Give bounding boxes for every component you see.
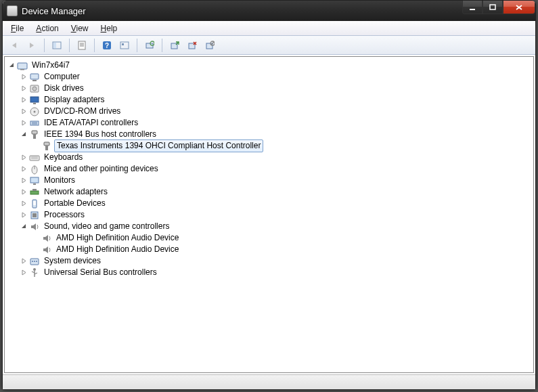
window-title: Device Manager xyxy=(22,6,86,16)
svg-rect-40 xyxy=(30,177,39,183)
statusbar xyxy=(3,374,535,389)
expand-icon[interactable] xyxy=(20,108,28,116)
tree-category-disk[interactable]: Disk drives xyxy=(7,83,533,94)
tree-category-label: Monitors xyxy=(43,175,76,186)
tree-category-mice[interactable]: Mice and other pointing devices xyxy=(7,163,533,175)
expand-icon[interactable] xyxy=(20,119,28,127)
svg-rect-24 xyxy=(30,97,39,102)
toolbar-separator xyxy=(69,39,70,52)
window-controls xyxy=(462,1,535,14)
portable-icon xyxy=(29,198,40,209)
toolbar-separator xyxy=(44,39,45,52)
close-icon xyxy=(515,4,523,11)
minimize-button[interactable] xyxy=(462,1,483,14)
maximize-icon xyxy=(489,4,496,11)
disk-icon xyxy=(29,83,40,94)
svg-rect-28 xyxy=(30,121,39,125)
expand-icon[interactable] xyxy=(20,257,28,265)
tree-category-label: Keyboards xyxy=(43,152,84,163)
tree-device-ti1394[interactable]: Texas Instruments 1394 OHCI Compliant Ho… xyxy=(7,140,533,152)
show-hide-console-tree-button[interactable] xyxy=(49,38,64,53)
svg-rect-43 xyxy=(32,189,37,191)
svg-rect-31 xyxy=(32,131,37,134)
tree-category-monitors[interactable]: Monitors xyxy=(7,175,533,186)
close-button[interactable] xyxy=(503,1,535,14)
tree-category-sound[interactable]: Sound, video and game controllers xyxy=(7,221,533,232)
menubar: File Action View Help xyxy=(3,21,535,36)
properties-button[interactable] xyxy=(74,38,89,53)
expand-icon[interactable] xyxy=(20,96,28,104)
scan-icon xyxy=(145,41,154,50)
device-tree-pane[interactable]: Win7x64i7ComputerDisk drivesDisplay adap… xyxy=(4,56,534,373)
tree-category-label: IDE ATA/ATAPI controllers xyxy=(43,117,139,129)
tree-category-ide[interactable]: IDE ATA/ATAPI controllers xyxy=(7,117,533,129)
tree-category-dvd[interactable]: DVD/CD-ROM drives xyxy=(7,106,533,117)
tree-category-usb[interactable]: Universal Serial Bus controllers xyxy=(7,267,533,278)
svg-rect-33 xyxy=(44,142,49,146)
tree-root[interactable]: Win7x64i7 xyxy=(7,60,533,71)
svg-rect-4 xyxy=(79,41,85,49)
tree-category-processors[interactable]: Processors xyxy=(7,209,533,221)
forward-button[interactable] xyxy=(24,38,39,53)
device-manager-window: Device Manager File Action View Help xyxy=(2,0,536,390)
svg-rect-10 xyxy=(120,42,129,49)
svg-rect-42 xyxy=(30,191,39,194)
toolbar-separator xyxy=(162,39,162,52)
tree-category-label: Network adapters xyxy=(43,186,109,198)
toolbar-separator xyxy=(137,39,137,52)
tree-device-amd2[interactable]: AMD High Definition Audio Device xyxy=(7,244,533,255)
tree-category-label: System devices xyxy=(43,255,102,267)
tree-category-label: Universal Serial Bus controllers xyxy=(43,267,158,278)
tree-category-network[interactable]: Network adapters xyxy=(7,186,533,198)
help-button[interactable]: ? xyxy=(99,38,114,53)
scan-hardware-button[interactable] xyxy=(142,38,157,53)
expand-icon[interactable] xyxy=(20,85,28,93)
svg-point-23 xyxy=(32,87,37,91)
menu-help[interactable]: Help xyxy=(95,22,123,35)
tree-category-computer[interactable]: Computer xyxy=(7,71,533,83)
collapse-icon[interactable] xyxy=(20,131,28,139)
expand-icon[interactable] xyxy=(20,165,28,173)
keyboard-icon xyxy=(29,152,40,163)
tree-device-label: Texas Instruments 1394 OHCI Compliant Ho… xyxy=(54,139,263,152)
expand-icon[interactable] xyxy=(20,177,28,185)
menu-view[interactable]: View xyxy=(66,22,94,35)
system-icon xyxy=(29,256,40,267)
collapse-icon[interactable] xyxy=(7,62,16,70)
tree-category-label: Display adapters xyxy=(43,94,106,106)
expand-icon[interactable] xyxy=(20,73,28,81)
collapse-icon[interactable] xyxy=(20,223,28,231)
tree-device-amd1[interactable]: AMD High Definition Audio Device xyxy=(7,232,533,244)
action-dropdown-button[interactable] xyxy=(117,38,132,53)
menu-file[interactable]: File xyxy=(5,22,29,35)
menu-action[interactable]: Action xyxy=(30,22,64,35)
tree-category-label: Sound, video and game controllers xyxy=(43,221,171,232)
tree-category-system[interactable]: System devices xyxy=(7,255,533,267)
usb-icon xyxy=(29,267,40,278)
uninstall-button[interactable] xyxy=(185,38,200,53)
back-button[interactable] xyxy=(7,38,22,53)
expand-icon[interactable] xyxy=(20,269,28,277)
sound-icon xyxy=(41,244,52,255)
expand-icon[interactable] xyxy=(20,200,28,208)
svg-rect-1 xyxy=(490,5,495,9)
expand-icon[interactable] xyxy=(20,188,28,196)
svg-rect-34 xyxy=(45,146,48,150)
toolbar-separator xyxy=(94,39,95,52)
expand-icon[interactable] xyxy=(20,154,28,162)
titlebar[interactable]: Device Manager xyxy=(3,1,535,21)
device-tree: Win7x64i7ComputerDisk drivesDisplay adap… xyxy=(5,57,533,281)
expand-icon[interactable] xyxy=(20,211,28,219)
tree-category-display[interactable]: Display adapters xyxy=(7,94,533,106)
monitor-icon xyxy=(29,175,40,186)
disable-button[interactable] xyxy=(202,38,217,53)
tree-category-ieee1394[interactable]: IEEE 1394 Bus host controllers xyxy=(7,129,533,140)
tree-category-portable[interactable]: Portable Devices xyxy=(7,198,533,209)
svg-rect-45 xyxy=(33,201,36,205)
tree-category-label: IEEE 1394 Bus host controllers xyxy=(43,129,158,140)
help-icon: ? xyxy=(102,41,112,50)
svg-rect-18 xyxy=(18,63,27,69)
maximize-button[interactable] xyxy=(483,1,503,14)
update-driver-button[interactable] xyxy=(167,38,182,53)
tree-category-keyboards[interactable]: Keyboards xyxy=(7,152,533,163)
